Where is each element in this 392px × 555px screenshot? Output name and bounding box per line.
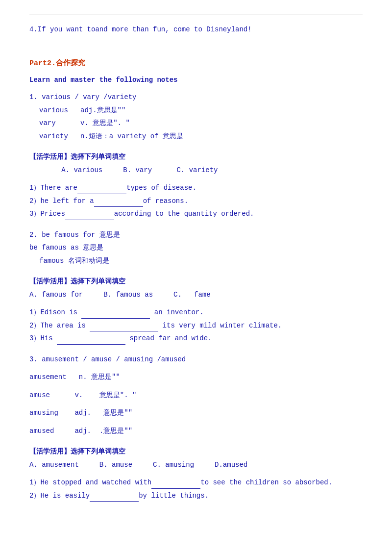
item-2-ex3: 3）His spread far and wide. bbox=[29, 332, 363, 345]
item-3-activity: 【活学活用】选择下列单词填空 bbox=[29, 446, 363, 458]
intro-line: 4.If you want toand more than fun, come … bbox=[29, 24, 363, 36]
item-2-header: 2. be famous for 意思是 bbox=[29, 229, 363, 241]
item-3-amused: amused adj. .意思是"" bbox=[29, 425, 363, 437]
item-2-ex2: 2）The area is its very mild winter clima… bbox=[29, 320, 363, 332]
item-2-ex1: 1）Edison is an inventor. bbox=[29, 306, 363, 319]
item-3-header: 3. amusement / amuse / amusing /amused bbox=[29, 353, 363, 366]
item-1-ex2: 2）he left for aof reasons. bbox=[29, 195, 363, 207]
item-3-ex1: 1）He stopped and watched withto see the … bbox=[29, 477, 363, 489]
item-2-options: A. famous for B. famous as C. fame bbox=[29, 289, 363, 301]
item-1-activity: 【活学活用】选择下列单词填空 bbox=[29, 151, 363, 163]
item-2-famous-as: be famous as 意思是 bbox=[29, 242, 363, 254]
page: 4.If you want toand more than fun, come … bbox=[0, 0, 392, 555]
item-1-group: 1. various / vary /variety various adj.意… bbox=[29, 91, 363, 142]
item-1-ex1: 1）There aretypes of disease. bbox=[29, 182, 363, 194]
item-2-famous-noun: famous 名词和动词是 bbox=[39, 255, 363, 267]
item-3-ex2: 2）He is easilyby little things. bbox=[29, 490, 363, 502]
item-2-group: 2. be famous for 意思是 be famous as 意思是 fa… bbox=[29, 229, 363, 267]
item-1-ex3: 3）Pricesaccording to the quantity ordere… bbox=[29, 208, 363, 220]
item-3-amusing: amusing adj. 意思是"" bbox=[29, 407, 363, 419]
item-3-amuse: amuse v. 意思是". " bbox=[29, 389, 363, 402]
top-divider bbox=[29, 15, 363, 15]
item-3-group: 3. amusement / amuse / amusing /amused a… bbox=[29, 353, 363, 437]
item-2-activity: 【活学活用】选择下列单词填空 bbox=[29, 276, 363, 288]
item-1-header: 1. various / vary /variety bbox=[29, 91, 363, 103]
item-3-amusement: amusement n. 意思是"" bbox=[29, 371, 363, 383]
item-1-options: A. various B. vary C. variety bbox=[49, 164, 363, 177]
item-1-various: various adj.意思是"" bbox=[39, 104, 363, 117]
part2-title: Part2.合作探究 bbox=[29, 57, 363, 70]
item-1-vary: vary v. 意思是". " bbox=[39, 117, 363, 129]
item-3-options: A. amusement B. amuse C. amusing D.amuse… bbox=[29, 459, 363, 471]
subsection-title: Learn and master the following notes bbox=[29, 75, 363, 86]
item-1-variety: variety n.短语：a variety of 意思是 bbox=[39, 130, 363, 143]
